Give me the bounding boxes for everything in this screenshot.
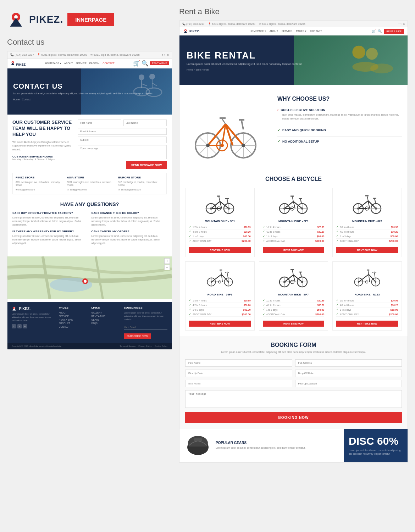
map-zoom-out[interactable]: − — [164, 265, 170, 270]
nav-pages[interactable]: PAGES ▾ — [89, 62, 100, 65]
send-message-button[interactable]: SEND MESSAGE NOW — [126, 161, 167, 169]
subject-input[interactable] — [78, 137, 167, 143]
booking-bike-model[interactable]: Bike Model — [185, 380, 292, 387]
footer-subscribe-col: SUBSCRIBES Lorem ipsum dolor sit amet, c… — [124, 306, 167, 339]
svg-marker-23 — [184, 31, 187, 33]
store-addr-1: 6281 washington ave, richardson, kentuck… — [16, 181, 61, 187]
check-icon-2: ✓ — [277, 128, 280, 132]
rent-nav-service[interactable]: SERVICE — [282, 30, 293, 33]
footer-link-rent[interactable]: RENT A BIKE — [92, 315, 121, 317]
rent-twitter-icon[interactable]: t — [401, 23, 402, 25]
rent-instagram-icon[interactable]: in — [403, 23, 405, 25]
rent-phone: 📞 (714) 333-3217 — [182, 22, 204, 26]
popular-section: POPULAR GEARS Lorem ipsum dolor sit amet… — [179, 429, 408, 462]
message-textarea[interactable] — [78, 145, 167, 159]
faq-item-1: CAN I BUY DIRECTLY FROM THE FACTORY? Lor… — [12, 211, 88, 226]
email-input[interactable] — [78, 128, 167, 135]
booking-section: BOOKING FORM Lorem ipsum dolor sit amet,… — [179, 336, 408, 429]
booking-pickup-date[interactable] — [185, 370, 292, 377]
first-name-input[interactable] — [78, 120, 121, 126]
svg-point-49 — [206, 144, 210, 147]
footer-facebook-icon[interactable]: f — [12, 324, 16, 328]
svg-rect-153 — [194, 438, 202, 441]
privacy-link[interactable]: Privacy Policy — [138, 345, 151, 347]
nav-contact[interactable]: CONTACT — [103, 62, 114, 65]
search-icon[interactable]: 🔍 — [142, 60, 149, 67]
booking-first-name[interactable] — [185, 359, 292, 367]
instagram-icon[interactable]: in — [167, 53, 169, 56]
footer-page-rent[interactable]: RENT A BIKE — [59, 318, 88, 321]
rent-now-btn-5[interactable]: RENT BIKE NOW — [263, 321, 325, 327]
nav-about[interactable]: ABOUT — [64, 62, 73, 65]
why-item-2: ✓ EASY AND QUICK BOOKING — [277, 128, 402, 132]
rent-nav-logo: PIKEZ. — [183, 29, 200, 34]
booking-dropoff-date[interactable] — [295, 370, 402, 377]
rent-nav-about[interactable]: ABOUT — [270, 30, 278, 33]
subscribe-button[interactable]: SUBSCRIBE NOW — [124, 333, 151, 339]
footer-link-gears[interactable]: GEARS — [92, 318, 121, 321]
footer-twitter-icon[interactable]: t — [17, 324, 22, 328]
subscribe-input[interactable] — [124, 325, 167, 330]
footer-links-title: LINKS — [92, 306, 121, 309]
svg-line-43 — [242, 121, 243, 129]
terms-link[interactable]: Terms of Service — [120, 345, 136, 347]
svg-point-149 — [358, 281, 359, 282]
faq-a-1: Lorem ipsum dolor sit amet, consectetur … — [12, 216, 88, 226]
footer-grid: PIKEZ. Lorem ipsum dolor sit amet, conse… — [12, 306, 167, 339]
map-zoom-in[interactable]: + — [164, 258, 170, 264]
footer-page-about[interactable]: ABOUT — [59, 311, 88, 314]
booking-title: BOOKING FORM — [185, 342, 402, 348]
rent-now-btn-3[interactable]: RENT BIKE NOW — [336, 247, 398, 253]
last-name-input[interactable] — [123, 120, 167, 126]
spec-5-3: ✓1 to 3 days$60.00 — [263, 307, 325, 312]
cart-icon[interactable]: 🛒 — [133, 60, 140, 67]
footer-instagram-icon[interactable]: in — [23, 324, 27, 328]
spec-1-2: ✓4/2 to 8 hours$30.20 — [189, 229, 251, 234]
rent-now-btn-1[interactable]: RENT BIKE NOW — [189, 247, 251, 253]
svg-marker-5 — [11, 62, 15, 65]
spec-1-3: ✓1 to 3 days$60.00 — [189, 234, 251, 239]
footer-page-product[interactable]: PRODUCT — [59, 322, 88, 325]
rent-facebook-icon[interactable]: f — [399, 23, 399, 25]
why-item-desc-1: Bulk price massa, elementum id dictum mi… — [277, 113, 402, 121]
bike-name-4: ROAD BIKE - 24F1 — [189, 293, 251, 296]
rent-search-icon[interactable]: 🔍 — [378, 29, 382, 33]
header-bar: PIKEZ. INNERPAGE — [7, 7, 172, 34]
rent-hero: BIKE RENTAL Lorem ipsum dolor sit amet, … — [179, 35, 408, 85]
contact-title: Contact us — [7, 38, 172, 47]
stores-row: PIKEZ STORE 6281 washington ave, richard… — [12, 173, 167, 194]
svg-line-130 — [292, 270, 293, 275]
rent-bike-nav-btn[interactable]: RENT A BIKE — [150, 61, 169, 65]
rent-nav-pages[interactable]: PAGES ▾ — [296, 30, 307, 33]
twitter-icon[interactable]: t — [165, 53, 165, 56]
cookie-link[interactable]: Cookie Policy — [155, 345, 167, 347]
footer-link-faqs[interactable]: FAQS — [92, 322, 121, 325]
asia-store: ASIA STORE 6281 washington ave, richards… — [64, 173, 116, 194]
svg-point-50 — [242, 144, 245, 147]
booking-full-address[interactable] — [295, 359, 402, 367]
footer-page-service[interactable]: SERVICE — [59, 315, 88, 317]
booking-submit-button[interactable]: BOOKING NOW — [185, 412, 402, 423]
booking-message[interactable] — [185, 390, 402, 408]
facebook-icon[interactable]: f — [162, 53, 163, 56]
bike-img-6 — [336, 265, 398, 290]
footer-subscribe-desc: Lorem ipsum dolor sit amet, consectetur … — [124, 311, 167, 321]
rent-now-btn-6[interactable]: RENT BIKE NOW — [336, 321, 398, 327]
nav-homepage[interactable]: HOMEPAGE ▾ — [45, 62, 61, 65]
rent-cart-icon[interactable]: 🛒 — [372, 29, 376, 33]
footer-link-gallery[interactable]: GALLERY — [92, 311, 121, 314]
rent-nav-homepage[interactable]: HOMEPAGE ▾ — [250, 30, 266, 33]
rent-nav-btn[interactable]: RENT A BIKE — [384, 29, 404, 34]
rent-now-btn-4[interactable]: RENT BIKE NOW — [189, 321, 251, 327]
svg-point-24 — [352, 46, 365, 59]
rent-now-btn-2[interactable]: RENT BIKE NOW — [263, 247, 325, 253]
why-title: WHY CHOOSE US? — [277, 96, 402, 102]
innerpage-button[interactable]: INNERPAGE — [67, 13, 114, 26]
rent-nav-contact[interactable]: CONTACT — [310, 30, 322, 33]
footer-page-contact[interactable]: CONTACT — [59, 326, 88, 328]
nav-service[interactable]: SERVICE — [76, 62, 87, 65]
booking-pickup-location[interactable] — [295, 380, 402, 387]
svg-line-78 — [300, 199, 301, 204]
why-item-3: ✓ NO ADDITIONAL SETUP — [277, 139, 402, 143]
svg-line-61 — [227, 199, 228, 204]
